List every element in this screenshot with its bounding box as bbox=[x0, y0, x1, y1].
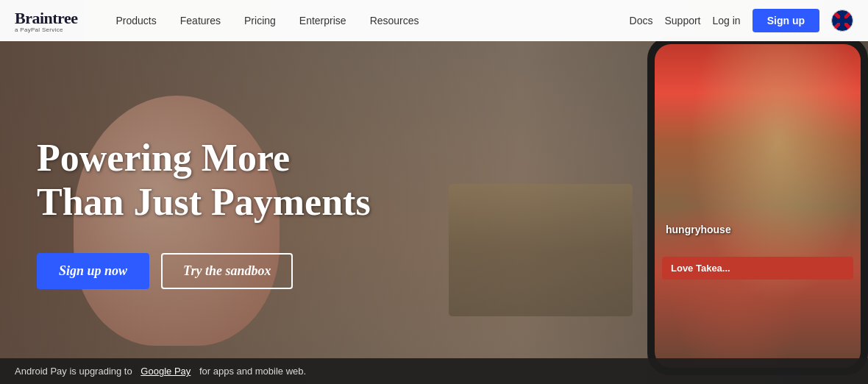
hero-signup-button[interactable]: Sign up now bbox=[37, 253, 149, 289]
notification-text-after: for apps and mobile web. bbox=[199, 366, 306, 377]
nav-docs[interactable]: Docs bbox=[630, 15, 653, 26]
nav-item-products[interactable]: Products bbox=[107, 10, 166, 31]
notification-link[interactable]: Google Pay bbox=[140, 366, 191, 377]
hero-content: Powering More Than Just Payments Sign up… bbox=[0, 41, 868, 384]
nav-item-pricing[interactable]: Pricing bbox=[235, 10, 285, 31]
hero-sandbox-button[interactable]: Try the sandbox bbox=[161, 253, 293, 289]
language-selector[interactable] bbox=[831, 10, 853, 32]
navbar: Braintree a PayPal Service Products Feat… bbox=[0, 0, 868, 41]
nav-links: Products Features Pricing Enterprise Res… bbox=[107, 10, 630, 31]
nav-signup-button[interactable]: Sign up bbox=[753, 9, 819, 32]
logo[interactable]: Braintree a PayPal Service bbox=[15, 9, 78, 33]
nav-right: Docs Support Log in Sign up bbox=[630, 9, 853, 32]
nav-item-features[interactable]: Features bbox=[171, 10, 230, 31]
nav-item-enterprise[interactable]: Enterprise bbox=[291, 10, 355, 31]
notification-text-before: Android Pay is upgrading to bbox=[15, 366, 132, 377]
logo-subtitle: a PayPal Service bbox=[15, 26, 78, 33]
hero-title: Powering More Than Just Payments bbox=[37, 136, 552, 224]
notification-bar: Android Pay is upgrading to Google Pay f… bbox=[0, 358, 868, 384]
nav-support[interactable]: Support bbox=[664, 15, 700, 26]
nav-login[interactable]: Log in bbox=[713, 15, 741, 26]
nav-item-resources[interactable]: Resources bbox=[361, 10, 428, 31]
hero-buttons: Sign up now Try the sandbox bbox=[37, 253, 831, 289]
hero-title-line1: Powering More bbox=[37, 137, 290, 179]
logo-name: Braintree bbox=[15, 9, 78, 28]
hero-title-line2: Than Just Payments bbox=[37, 181, 371, 223]
